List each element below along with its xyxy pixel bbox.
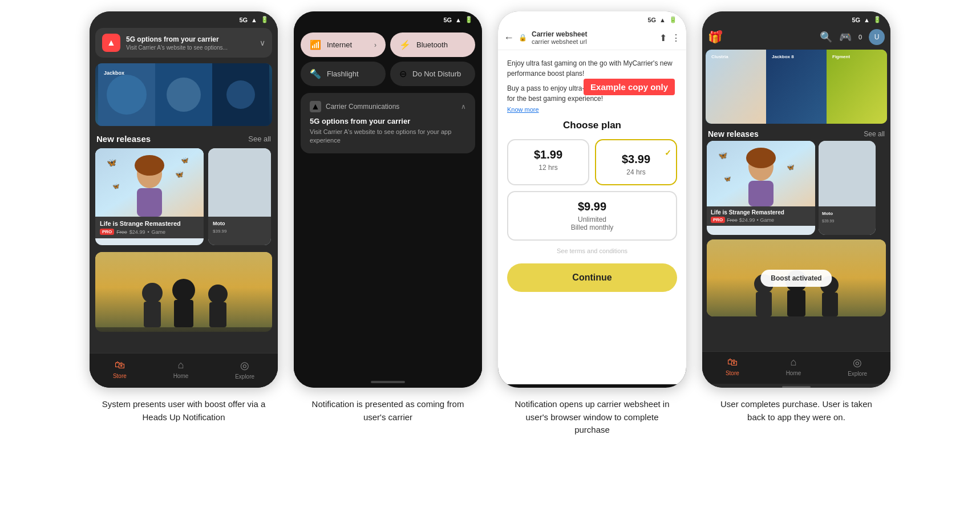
hud-title: 5G options from your carrier [126,35,254,43]
notif-collapse-icon[interactable]: ∧ [461,103,466,111]
screen2-dark-area [294,156,482,376]
bottom-bar-3 [498,384,686,388]
screen2-content: 5G ▲ 🔋 📶 Internet › ⚡ Bluetooth [294,11,482,388]
banner-game-art: Jackbox [95,63,272,126]
separator: • [147,229,149,235]
s4-game-card-moto[interactable]: Moto $39.99 [819,141,876,235]
s4-see-all-button[interactable]: See all [864,130,885,138]
screen4-container: 5G ▲ 🔋 🎁 🔍 🎮 0 [702,11,890,424]
websheet-content: Example copy only Enjoy ultra fast gamin… [498,50,686,384]
s4-badge-row: PRO Free $24.99 • Game [711,217,811,223]
continue-button[interactable]: Continue [507,263,677,292]
screen4-frame: 5G ▲ 🔋 🎁 🔍 🎮 0 [702,11,890,388]
hud-subtitle: Visit Carrier A's website to see options… [126,44,254,51]
new-releases-header: New releases See all [90,129,278,146]
screen2-container: 5G ▲ 🔋 📶 Internet › ⚡ Bluetooth [294,11,482,424]
svg-text:Jackbox: Jackbox [104,70,124,76]
nav-explore-1[interactable]: ◎ Explore [235,359,254,380]
back-button[interactable]: ← [504,32,514,44]
bottom-nav-1: 🛍 Store ⌂ Home ◎ Explore [90,353,278,388]
user-avatar[interactable]: U [869,29,885,45]
qs-flashlight-label: Flashlight [327,70,359,78]
svg-rect-11 [137,188,162,217]
game-cards-row: 🦋 🦋 🦋 🦋 Life is Strange Remastered PRO F… [90,146,278,247]
store-icon-1: 🛍 [115,359,125,371]
notif-app-name: Carrier Communications [326,103,456,111]
game-title-lis: Life is Strange Remastered [100,220,199,227]
s4-pro-badge: PRO [711,217,725,223]
status-5g-3: 5G [647,17,656,23]
s4-new-releases-header: New releases See all [702,126,890,140]
browser-bar: ← 🔒 Carrier websheet carrier websheet ur… [498,26,686,50]
caption-2: Notification is presented as coming from… [305,398,471,424]
nav-store-label-1: Store [113,373,127,379]
search-icon-4[interactable]: 🔍 [820,31,832,43]
s4-explore-label: Explore [848,371,867,377]
plan2-price: $3.99 [601,153,671,166]
plan1-price: $1.99 [513,148,584,161]
signal-icon-3: ▲ [659,17,666,23]
svg-text:🦋: 🦋 [724,175,731,182]
s4-game-cards: 🦋 🦋 🦋 Life is Strange Remastered PRO Fre… [702,140,890,236]
status-bar-2: 5G ▲ 🔋 [294,11,482,26]
unlimited-price: $9.99 [513,200,671,213]
status-bar-4: 5G ▲ 🔋 [702,11,890,26]
notification-dot [718,30,722,35]
know-more-link[interactable]: Know more [507,106,677,113]
s4-home-label: Home [786,370,801,376]
plan1-duration: 12 hrs [513,164,584,172]
nav-home-label-1: Home [173,373,189,379]
hud-expand-icon[interactable]: ∨ [260,38,265,47]
qs-flashlight[interactable]: 🔦 Flashlight [301,62,386,86]
share-icon[interactable]: ⬆ [659,32,667,43]
s4-topbar: 🎁 🔍 🎮 0 U [702,26,890,47]
badge-row-lis: PRO Free $24.99 • Game [100,229,199,235]
s4-left-icons: 🎁 [708,30,722,44]
s4-game-card-lis[interactable]: 🦋 🦋 🦋 Life is Strange Remastered PRO Fre… [707,141,815,235]
terms-text[interactable]: See terms and conditions [507,247,677,254]
svg-text:🦋: 🦋 [718,151,728,160]
unlimited-sub: Billed monthly [513,224,671,231]
s4-genre: Game [760,217,775,223]
home-indicator-2 [371,381,405,383]
more-options-icon[interactable]: ⋮ [671,32,681,43]
gift-notification[interactable]: 🎁 [708,30,722,44]
s4-home-icon: ⌂ [791,356,797,368]
game-card-moto[interactable]: Moto $39.99 [208,148,271,245]
svg-rect-40 [819,141,876,206]
plan-options-row: $1.99 12 hrs ✓ $3.99 24 hrs [507,139,677,185]
svg-rect-28 [766,50,827,124]
controller-icon[interactable]: 🎮 [839,31,852,43]
nav-home-1[interactable]: ⌂ Home [173,359,189,380]
qs-dnd[interactable]: ⊖ Do Not Disturb [390,62,475,86]
s4-nav-home[interactable]: ⌂ Home [786,356,801,377]
see-all-button[interactable]: See all [248,135,271,143]
qs-arrow-icon: › [374,41,376,49]
screen1-content: 5G ▲ 🔋 ▲ 5G options from your carrier Vi… [90,11,278,388]
caption-3: Notification opens up carrier websheet i… [509,398,675,437]
s4-free-label: Free [727,217,738,223]
qs-internet[interactable]: 📶 Internet › [301,32,386,57]
s4-nav-explore[interactable]: ◎ Explore [848,356,867,377]
plan-3-99[interactable]: ✓ $3.99 24 hrs [595,139,677,185]
s4-nav-store[interactable]: 🛍 Store [726,356,739,377]
free-label: Free [116,229,127,235]
game-card-lis[interactable]: 🦋 🦋 🦋 🦋 Life is Strange Remastered PRO F… [95,148,204,245]
notif-header: ▲ Carrier Communications ∧ [310,101,466,112]
qs-bluetooth[interactable]: ⚡ Bluetooth [390,32,475,57]
nav-store-1[interactable]: 🛍 Store [113,359,127,380]
hud-notification[interactable]: ▲ 5G options from your carrier Visit Car… [95,28,272,58]
home-icon-1: ⌂ [178,359,184,371]
soldier-art [95,252,272,332]
svg-rect-50 [822,292,838,316]
svg-point-10 [135,155,164,176]
carrier-notification[interactable]: ▲ Carrier Communications ∧ 5G options fr… [301,93,475,153]
svg-rect-29 [827,50,887,124]
screen1-frame: 5G ▲ 🔋 ▲ 5G options from your carrier Vi… [90,11,278,388]
plan-unlimited[interactable]: $9.99 Unlimited Billed monthly [507,191,677,241]
choose-plan-title: Choose plan [507,120,677,131]
screen3-frame: 5G ▲ 🔋 ← 🔒 Carrier websheet carrier webs… [498,11,686,388]
battery-icon-2: 🔋 [465,16,473,23]
svg-text:🦋: 🦋 [112,182,120,190]
plan-1-99[interactable]: $1.99 12 hrs [507,139,589,185]
